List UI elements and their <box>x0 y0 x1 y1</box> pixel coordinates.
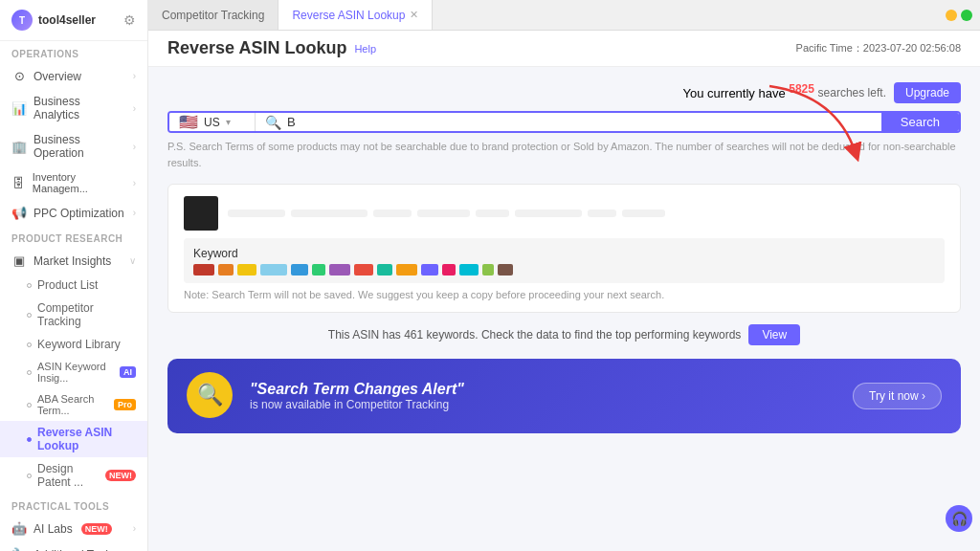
tab-close-icon[interactable]: ✕ <box>410 9 418 21</box>
content-body: You currently have 5825 searches left. U… <box>148 67 980 551</box>
sub-item-label: ABA Search Term... <box>37 393 108 416</box>
sidebar-sub-item-reverse-asin[interactable]: Reverse ASIN Lookup <box>0 421 147 457</box>
ai-labs-icon: 🤖 <box>11 521 27 536</box>
sidebar-item-label: Additional Tools <box>33 548 114 552</box>
dot-icon <box>27 370 32 375</box>
sidebar-item-ppc[interactable]: 📢 PPC Optimization › <box>0 200 147 226</box>
sidebar-item-inventory[interactable]: 🗄 Inventory Managem... › <box>0 165 147 200</box>
view-button[interactable]: View <box>748 324 800 345</box>
notice-text: P.S. Search Terms of some products may n… <box>167 139 961 170</box>
maximize-button[interactable] <box>961 10 972 21</box>
sidebar-item-label: Overview <box>33 70 81 83</box>
kw-bar <box>354 264 373 276</box>
sidebar-item-market-insights[interactable]: ▣ Market Insights ∨ <box>0 248 147 274</box>
banner-search-icon: 🔍 <box>197 383 223 408</box>
sub-item-label: ASIN Keyword Insig... <box>37 361 114 384</box>
result-top-row <box>184 196 945 231</box>
country-selector[interactable]: 🇺🇸 US ▾ <box>169 113 256 131</box>
sidebar-item-label: Business Operation <box>33 133 126 160</box>
result-card: Keyword <box>167 184 961 313</box>
tools-icon: 🔧 <box>11 547 27 551</box>
sidebar-sub-item-keyword-library[interactable]: Keyword Library <box>0 333 147 356</box>
tab-reverse-asin-lookup[interactable]: Reverse ASIN Lookup ✕ <box>278 0 433 30</box>
new-badge: NEW! <box>105 470 136 481</box>
sidebar-item-label: Market Insights <box>33 254 111 268</box>
settings-icon[interactable]: ⚙ <box>123 12 136 28</box>
section-label-product-research: PRODUCT RESEARCH <box>0 226 147 248</box>
help-link[interactable]: Help <box>354 43 376 55</box>
pro-badge: Pro <box>114 399 136 410</box>
banner-icon-wrap: 🔍 <box>187 372 234 420</box>
flag-icon: 🇺🇸 <box>179 113 198 131</box>
sidebar-section-operations: OPERATIONS ⊙ Overview › 📊 Business Analy… <box>0 41 147 226</box>
sidebar-item-ai-labs[interactable]: 🤖 AI Labs NEW! › <box>0 516 147 541</box>
tab-label: Competitor Tracking <box>162 9 264 22</box>
kw-bar <box>329 264 350 276</box>
logo-letter: T <box>19 15 25 26</box>
page-title-wrap: Reverse ASIN Lookup Help <box>167 38 376 58</box>
sidebar-item-overview[interactable]: ⊙ Overview › <box>0 63 147 89</box>
kw-bar <box>291 264 308 276</box>
sidebar-sub-item-aba-search[interactable]: ABA Search Term... Pro <box>0 388 147 421</box>
meta-bar <box>515 209 582 217</box>
result-image <box>184 196 218 231</box>
dot-icon <box>27 474 32 478</box>
chevron-icon: › <box>133 523 136 534</box>
search-input[interactable] <box>287 115 872 129</box>
kw-bar <box>459 264 479 276</box>
searches-count: 5825 <box>789 82 814 96</box>
keyword-label: Keyword <box>193 247 238 260</box>
dot-icon <box>27 313 32 318</box>
overview-icon: ⊙ <box>11 69 27 83</box>
kw-bar <box>312 264 325 276</box>
chevron-icon: › <box>133 142 136 152</box>
kw-bar <box>260 264 287 276</box>
try-it-now-button[interactable]: Try it now › <box>853 383 942 409</box>
sidebar-sub-item-design-patent[interactable]: Design Patent ... NEW! <box>0 457 147 494</box>
sidebar-item-label: AI Labs <box>33 522 73 536</box>
kw-bar <box>421 264 438 276</box>
sidebar-sub-item-competitor-tracking[interactable]: Competitor Tracking <box>0 297 147 333</box>
logo-text: tool4seller <box>38 13 96 27</box>
chevron-icon: ∨ <box>129 255 136 266</box>
meta-bar <box>476 209 509 217</box>
minimize-button[interactable] <box>946 10 957 21</box>
dropdown-icon: ▾ <box>226 117 231 127</box>
inventory-icon: 🗄 <box>11 176 26 190</box>
sidebar-item-label: Inventory Managem... <box>33 171 126 194</box>
sidebar-sub-item-asin-keyword[interactable]: ASIN Keyword Insig... AI <box>0 356 147 388</box>
section-label-operations: OPERATIONS <box>0 41 147 63</box>
dot-icon <box>27 437 32 442</box>
kw-bar <box>193 264 214 276</box>
tab-competitor-tracking[interactable]: Competitor Tracking <box>148 0 278 30</box>
main-content: Competitor Tracking Reverse ASIN Lookup … <box>148 0 980 551</box>
sub-item-label: Keyword Library <box>37 338 121 351</box>
upgrade-button[interactable]: Upgrade <box>894 82 961 103</box>
ppc-icon: 📢 <box>11 206 27 220</box>
kw-bar <box>482 264 494 276</box>
meta-bar <box>291 209 368 217</box>
sub-item-label: Design Patent ... <box>37 462 100 489</box>
search-button[interactable]: Search <box>881 113 959 131</box>
sidebar-item-business-analytics[interactable]: 📊 Business Analytics › <box>0 89 147 127</box>
sidebar-section-practical-tools: PRACTICAL TOOLS 🤖 AI Labs NEW! › 🔧 Addit… <box>0 494 147 551</box>
new-badge: NEW! <box>81 523 112 535</box>
chat-support-icon[interactable]: 🎧 <box>946 505 972 532</box>
dot-icon <box>27 403 32 408</box>
asin-info-bar: This ASIN has 461 keywords. Check the da… <box>167 324 961 345</box>
meta-bar <box>373 209 412 217</box>
kw-bar <box>218 264 234 276</box>
result-meta-bars <box>228 209 665 217</box>
kw-bar <box>396 264 417 276</box>
dot-icon <box>27 342 32 347</box>
sidebar-item-additional-tools[interactable]: 🔧 Additional Tools › <box>0 541 147 551</box>
sub-item-label: Competitor Tracking <box>37 301 136 328</box>
sidebar-sub-item-product-list[interactable]: Product List <box>0 274 147 297</box>
operation-icon: 🏢 <box>11 140 27 154</box>
headset-icon: 🎧 <box>951 511 968 526</box>
sidebar-item-business-operation[interactable]: 🏢 Business Operation › <box>0 127 147 165</box>
analytics-icon: 📊 <box>11 101 27 116</box>
sidebar-item-label: Business Analytics <box>33 95 126 121</box>
search-container: 🇺🇸 US ▾ 🔍 Search <box>167 111 961 133</box>
meta-bar <box>417 209 470 217</box>
